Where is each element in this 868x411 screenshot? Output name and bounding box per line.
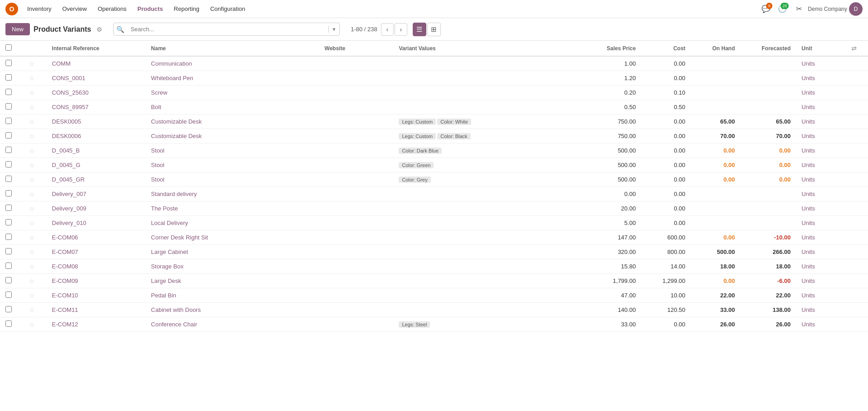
select-all-checkbox[interactable] [5, 44, 12, 51]
app-logo[interactable]: O [5, 3, 18, 15]
favorite-star[interactable]: ☆ [29, 263, 35, 270]
unit-cell[interactable]: Units [796, 245, 845, 259]
unit-cell[interactable]: Units [796, 86, 845, 100]
unit-cell[interactable]: Units [796, 230, 845, 245]
favorite-star[interactable]: ☆ [29, 249, 35, 256]
unit-cell[interactable]: Units [796, 303, 845, 317]
ref-cell[interactable]: D_0045_GR [47, 172, 146, 187]
row-checkbox[interactable] [5, 118, 12, 124]
unit-cell[interactable]: Units [796, 56, 845, 71]
name-cell[interactable]: Customizable Desk [145, 115, 319, 129]
activity-button[interactable]: 🕐 25 [775, 2, 790, 16]
ref-cell[interactable]: E-COM08 [47, 259, 146, 274]
row-checkbox[interactable] [5, 219, 12, 225]
row-checkbox[interactable] [5, 263, 12, 269]
favorite-star[interactable]: ☆ [29, 89, 35, 96]
unit-cell[interactable]: Units [796, 71, 845, 86]
onhand-header[interactable]: On Hand [691, 41, 740, 56]
favorite-star[interactable]: ☆ [29, 176, 35, 183]
ref-cell[interactable]: E-COM06 [47, 230, 146, 245]
favorite-star[interactable]: ☆ [29, 75, 35, 82]
name-cell[interactable]: Local Delivery [145, 216, 319, 230]
list-view-button[interactable]: ☰ [413, 23, 426, 36]
settings-gear-icon[interactable]: ⚙ [96, 26, 102, 33]
nav-configuration[interactable]: Configuration [206, 4, 250, 14]
ref-cell[interactable]: Delivery_009 [47, 201, 146, 216]
name-cell[interactable]: Standard delivery [145, 187, 319, 201]
favorite-star[interactable]: ☆ [29, 191, 35, 198]
favorite-star[interactable]: ☆ [29, 292, 35, 299]
row-checkbox[interactable] [5, 320, 12, 327]
ref-cell[interactable]: DESK0005 [47, 115, 146, 129]
row-checkbox[interactable] [5, 277, 12, 283]
ref-cell[interactable]: CONS_89957 [47, 100, 146, 115]
unit-cell[interactable]: Units [796, 201, 845, 216]
ref-header[interactable]: Internal Reference [47, 41, 146, 56]
website-header[interactable]: Website [319, 41, 393, 56]
ref-cell[interactable]: DESK0006 [47, 129, 146, 143]
favorite-star[interactable]: ☆ [29, 162, 35, 169]
ref-cell[interactable]: COMM [47, 56, 146, 71]
ref-cell[interactable]: D_0045_B [47, 143, 146, 158]
ref-cell[interactable]: CONS_25630 [47, 86, 146, 100]
pagination-next[interactable]: › [395, 23, 407, 36]
nav-reporting[interactable]: Reporting [169, 4, 204, 14]
name-cell[interactable]: Pedal Bin [145, 288, 319, 303]
price-header[interactable]: Sales Price [579, 41, 641, 56]
ref-cell[interactable]: Delivery_010 [47, 216, 146, 230]
ref-cell[interactable]: E-COM09 [47, 274, 146, 288]
favorite-star[interactable]: ☆ [29, 104, 35, 111]
row-checkbox[interactable] [5, 205, 12, 211]
name-cell[interactable]: Bolt [145, 100, 319, 115]
favorite-star[interactable]: ☆ [29, 321, 35, 328]
nav-products[interactable]: Products [133, 4, 167, 14]
row-checkbox[interactable] [5, 248, 12, 254]
unit-cell[interactable]: Units [796, 259, 845, 274]
row-checkbox[interactable] [5, 190, 12, 196]
chat-button[interactable]: 💬 8 [759, 2, 773, 16]
ref-cell[interactable]: CONS_0001 [47, 71, 146, 86]
name-cell[interactable]: Stool [145, 172, 319, 187]
name-cell[interactable]: Cabinet with Doors [145, 303, 319, 317]
company-name[interactable]: Demo Company [808, 6, 847, 12]
name-cell[interactable]: Large Desk [145, 274, 319, 288]
unit-cell[interactable]: Units [796, 129, 845, 143]
name-cell[interactable]: Storage Box [145, 259, 319, 274]
kanban-view-button[interactable]: ⊞ [427, 23, 441, 36]
name-cell[interactable]: Stool [145, 158, 319, 172]
favorite-star[interactable]: ☆ [29, 118, 35, 125]
row-checkbox[interactable] [5, 292, 12, 298]
cost-header[interactable]: Cost [641, 41, 690, 56]
favorite-star[interactable]: ☆ [29, 60, 35, 67]
row-checkbox[interactable] [5, 176, 12, 182]
favorite-star[interactable]: ☆ [29, 277, 35, 285]
ref-cell[interactable]: E-COM11 [47, 303, 146, 317]
tools-button[interactable]: ✂ [791, 2, 806, 16]
name-cell[interactable]: Stool [145, 143, 319, 158]
nav-inventory[interactable]: Inventory [23, 4, 56, 14]
ref-cell[interactable]: E-COM10 [47, 288, 146, 303]
favorite-star[interactable]: ☆ [29, 306, 35, 314]
unit-cell[interactable]: Units [796, 172, 845, 187]
row-checkbox[interactable] [5, 132, 12, 139]
unit-cell[interactable]: Units [796, 158, 845, 172]
name-cell[interactable]: Conference Chair [145, 317, 319, 332]
row-checkbox[interactable] [5, 89, 12, 95]
name-cell[interactable]: Screw [145, 86, 319, 100]
pagination-prev[interactable]: ‹ [381, 23, 394, 36]
nav-operations[interactable]: Operations [93, 4, 131, 14]
name-cell[interactable]: Whiteboard Pen [145, 71, 319, 86]
column-settings-header[interactable]: ⇄ [846, 41, 868, 56]
name-cell[interactable]: Corner Desk Right Sit [145, 230, 319, 245]
name-header[interactable]: Name [145, 41, 319, 56]
name-cell[interactable]: The Poste [145, 201, 319, 216]
row-checkbox[interactable] [5, 234, 12, 240]
user-avatar[interactable]: D [849, 2, 863, 16]
favorite-star[interactable]: ☆ [29, 147, 35, 154]
forecast-header[interactable]: Forecasted [740, 41, 796, 56]
name-cell[interactable]: Large Cabinet [145, 245, 319, 259]
column-settings-icon[interactable]: ⇄ [851, 45, 857, 52]
favorite-star[interactable]: ☆ [29, 133, 35, 140]
unit-cell[interactable]: Units [796, 143, 845, 158]
favorite-star[interactable]: ☆ [29, 234, 35, 241]
